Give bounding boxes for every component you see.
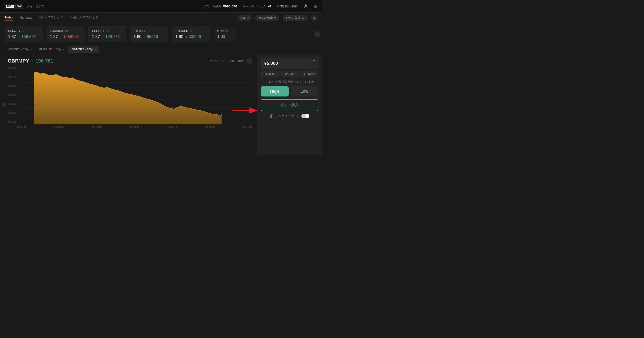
asset-values: 1.87 ↑ 196.761 [92,34,122,39]
preset-5000-button[interactable]: ¥5,000 [260,71,278,77]
asset-name: USD/JPY [8,29,20,32]
tab-highlow-spread[interactable]: HighLowスプレッド [70,16,98,20]
logo-low-text: LOW [15,4,22,8]
asset-card-usdjpy[interactable]: USD/JPY 5分 ☆ 1.87 ↑ 156.697 [4,26,43,42]
asset-card-btcjpy[interactable]: BTC/JPY 1.80 [214,27,236,42]
tab-turbo-spread[interactable]: Turboスプレッド [39,16,63,20]
asset-card-eurusd[interactable]: EUR/USD 5分 ☆ 1.87 ↓ 1.04008 [46,26,84,42]
asset-time: 5分 [65,30,70,32]
switch-account-button[interactable]: ⇄ 本口座へ切替 [276,4,298,8]
chart-pair-label: GBP/JPY [8,58,29,64]
x-label-5: 19:32:45 [167,125,177,128]
star-icon[interactable]: ☆ [36,30,39,33]
options-more-button[interactable]: ••• [246,58,252,64]
asset-name: BTC/USD [134,29,146,32]
collapse-button[interactable]: ▲ [311,15,318,21]
y-label-2: 196.840 [8,76,19,78]
oneclick-toggle[interactable] [301,114,310,118]
asset-card-header: BTC/JPY [217,30,232,33]
amount-decrease-button[interactable]: − [310,63,318,68]
favorite-filter[interactable]: お気に入り ☆ [283,15,308,21]
location-icon[interactable] [303,4,308,8]
sub-tab-eurusd[interactable]: EUR/USD・15秒 × [36,46,68,53]
asset-payout: 1.87 [8,34,16,39]
x-label-3: 19:32:15 [92,125,102,128]
chart-price-label: 196.761 [35,58,53,64]
sub-tab-label: EUR/USD・15秒 [39,48,62,52]
oneclick-label: ワンクリック注文 [276,114,299,118]
time-filter-close[interactable]: × [247,16,249,20]
asset-card-btcusd[interactable]: BTC/USD 5分 ☆ 1.80 ↑ 95919 [130,26,168,42]
logo[interactable]: HIGH LOW [4,4,24,9]
star-icon[interactable]: ☆ [162,30,164,33]
time-filter-label: 5分 [241,16,245,20]
asset-time: 5分 [106,30,111,32]
payout-rate-value: ペイアウト: 2.00 [294,80,314,83]
asset-values: 1.80 [217,34,232,39]
trade-panel: ¥5,000 + − ¥5,000 ¥20,000 ¥100,000 ペイアウト… [257,54,322,156]
sub-tabs-row: USD/JPY・15秒 × EUR/USD・15秒 × GBP/JPY・15秒 … [0,45,322,54]
asset-time: 5分 [190,30,195,32]
y-label-7: 196.740 [8,121,19,124]
asset-card-header: ETH/USD 5分 ☆ [176,29,206,33]
chart-header: GBP/JPY ↑ 196.761 オプション Turbo・15秒 ••• [8,58,252,64]
y-label-1: 196.860 [8,67,19,69]
asset-card-gbpjpy[interactable]: GBP/JPY 5分 ☆ 1.87 ↑ 196.761 [88,26,126,42]
asset-card-ethusd[interactable]: ETH/USD 5分 ☆ 1.80 ↑ 3332.9 [172,26,210,42]
chart-area: GBP/JPY ↑ 196.761 オプション Turbo・15秒 ••• 19… [3,54,257,156]
preset-100000-button[interactable]: ¥100,000 [300,71,318,77]
y-axis-labels: 196.860 196.840 196.820 196.800 196.780 … [8,66,19,124]
cashback-label: キャッシュバック [242,4,266,8]
buy-now-button[interactable]: 今すぐ購入 [260,99,318,111]
amount-display: ¥5,000 [260,58,309,68]
asset-time: 5分 [149,30,153,32]
sub-tab-close[interactable]: × [30,48,32,51]
svg-point-0 [305,6,306,6]
asset-price: ↑ 3332.9 [186,34,201,39]
sub-tab-gbpjpy[interactable]: GBP/JPY・15秒 × [68,46,99,53]
star-icon[interactable]: ☆ [78,30,81,33]
star-icon[interactable]: ☆ [204,30,206,33]
x-axis-labels: 19:31:45 19:32:00 19:32:15 19:32:30 19:3… [8,124,252,128]
time-filter[interactable]: 5分 × [238,15,252,21]
chart-container: 196.860 196.840 196.820 196.800 196.780 … [8,66,252,124]
amount-controls: + − [309,58,318,68]
sidebar-toggle-button[interactable]: › [2,102,6,107]
asset-values: 1.87 ↑ 156.697 [8,34,39,39]
y-label-4: 196.800 [8,94,19,96]
chevron-right-icon: › [316,32,318,36]
ellipsis-icon: ••• [248,59,251,63]
asset-card-header: EUR/USD 5分 ☆ [50,29,81,33]
option-label: オプション [210,59,225,63]
y-label-6: 196.760 [8,112,19,114]
svg-rect-14 [270,115,272,116]
asset-card-header: USD/JPY 5分 ☆ [8,29,39,33]
amount-increase-button[interactable]: + [310,58,318,63]
menu-icon[interactable] [313,4,318,8]
asset-pair-label: GBP/JPY 5分 [92,29,111,33]
sub-tab-usdjpy[interactable]: USD/JPY・15秒 × [4,46,35,53]
asset-name: GBP/JPY [92,29,104,32]
star-icon[interactable]: ☆ [120,30,122,33]
asset-payout: 1.87 [92,34,100,39]
asset-filter[interactable]: 全ての資産 ▾ [255,15,279,21]
tab-highlow[interactable]: HighLow [20,16,32,20]
oneclick-icon [270,114,274,118]
scroll-right-button[interactable]: › [314,31,320,37]
sub-tab-close[interactable]: × [63,48,64,51]
y-label-3: 196.820 [8,85,19,87]
x-label-6: 19:33:00 [205,125,215,128]
sub-tab-close[interactable]: × [94,48,96,51]
option-type: Turbo・15秒 [227,59,244,63]
low-button[interactable]: Low [290,86,319,96]
preset-20000-button[interactable]: ¥20,000 [280,71,298,77]
asset-filter-chevron: ▾ [274,16,276,20]
high-button[interactable]: High [260,86,289,96]
tab-turbo[interactable]: Turbo [4,16,12,20]
asset-values: 1.80 ↑ 3332.9 [176,34,206,39]
x-label-4: 19:32:30 [130,125,140,128]
quick-demo-label: クイックデモ [27,4,44,8]
sub-tab-label: USD/JPY・15秒 [8,48,29,52]
header-left: HIGH LOW クイックデモ [4,4,44,9]
switch-label: 本口座へ切替 [280,4,298,8]
